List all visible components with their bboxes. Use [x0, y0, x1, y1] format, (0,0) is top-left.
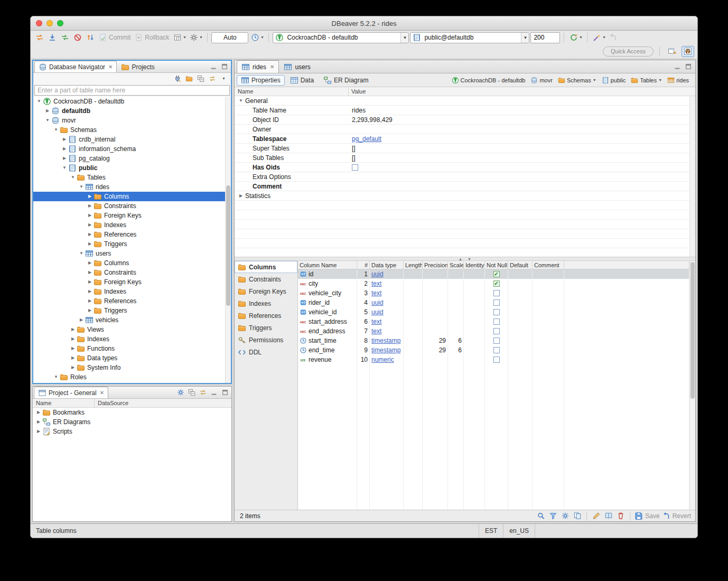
subtab-data[interactable]: Data: [286, 75, 318, 86]
expand-arrow-icon[interactable]: ▶: [86, 261, 94, 265]
compare-button[interactable]: [572, 511, 582, 521]
breadcrumb-item-schemas[interactable]: Schemas▼: [556, 76, 599, 85]
tree-item-constraints[interactable]: ▶Constraints: [33, 201, 225, 211]
revert-button[interactable]: Revert: [662, 512, 691, 520]
detail-tab-foreign-keys[interactable]: Foreign Keys: [235, 285, 297, 297]
new-connection-button[interactable]: [172, 74, 182, 83]
close-window-button[interactable]: [36, 20, 42, 26]
column-row-id[interactable]: id1uuid✓: [298, 269, 689, 279]
grid-header-identity[interactable]: Identity: [464, 261, 485, 269]
schema-select[interactable]: public@defaultdb ▼: [410, 32, 529, 43]
filter-button[interactable]: [548, 511, 558, 521]
search-button[interactable]: [536, 511, 546, 521]
expand-arrow-icon[interactable]: ▶: [61, 147, 68, 151]
tree-item-foreign-keys[interactable]: ▶Foreign Keys: [33, 211, 225, 220]
expand-arrow-icon[interactable]: ▶: [86, 223, 94, 227]
detail-tab-references[interactable]: References: [235, 310, 297, 322]
minimize-panel-button[interactable]: [209, 388, 219, 397]
close-tab-icon[interactable]: ✕: [100, 390, 104, 396]
transaction-log-button[interactable]: T▾: [172, 32, 187, 43]
detail-tab-constraints[interactable]: Constraints: [235, 273, 297, 285]
property-value-link[interactable]: pg_default: [352, 135, 381, 143]
expand-arrow-icon[interactable]: ▶: [61, 137, 68, 142]
expand-arrow-icon[interactable]: ▶: [69, 327, 77, 332]
expand-arrow-icon[interactable]: ▶: [69, 356, 77, 360]
column-row-end-address[interactable]: ABCend_address7text: [298, 326, 689, 336]
collapse-all-button[interactable]: [195, 74, 206, 83]
zoom-window-button[interactable]: [57, 20, 63, 26]
column-row-start-address[interactable]: ABCstart_address6text: [298, 317, 689, 326]
tree-item-schemas[interactable]: ▼Schemas: [33, 125, 225, 135]
grid-header-[interactable]: #: [357, 261, 370, 269]
collapse-all-button[interactable]: [186, 388, 197, 397]
tree-item-movr[interactable]: ▼movr: [33, 116, 225, 125]
expand-arrow-icon[interactable]: ▶: [86, 270, 94, 275]
new-folder-button[interactable]: [184, 74, 194, 83]
scrollbar-thumb[interactable]: [226, 185, 230, 306]
fetch-size-input[interactable]: [530, 32, 560, 43]
column-row-vehicle-id[interactable]: vehicle_id5uuid: [298, 307, 689, 317]
data-type-link[interactable]: timestamp: [371, 346, 400, 354]
property-value[interactable]: rides: [352, 107, 366, 114]
collapse-arrow-icon[interactable]: ▼: [44, 118, 51, 123]
transaction-settings-button[interactable]: ▾: [188, 32, 203, 43]
tab-database-navigator[interactable]: Database Navigator ✕: [34, 61, 117, 72]
tree-item-system-info[interactable]: ▶System Info: [33, 363, 225, 372]
tree-item-defaultdb[interactable]: ▶defaultdb: [33, 106, 225, 116]
project-item-scripts[interactable]: ▶Scripts: [33, 427, 231, 436]
scrollbar-thumb[interactable]: [690, 262, 695, 399]
breadcrumb-item-cockroachdb-defaultdb[interactable]: CockroachDB - defaultdb: [450, 76, 528, 85]
tree-item-roles[interactable]: ▼Roles: [33, 372, 225, 382]
tree-item-columns[interactable]: ▶Columns: [33, 192, 225, 201]
expand-arrow-icon[interactable]: ▶: [69, 366, 77, 370]
data-type-link[interactable]: text: [371, 280, 381, 287]
splitter-down-button[interactable]: ▼: [466, 257, 472, 261]
expand-arrow-icon[interactable]: ▶: [86, 308, 94, 313]
grid-scrollbar[interactable]: [689, 261, 695, 510]
rollback-button[interactable]: Rollback: [133, 32, 171, 43]
property-value[interactable]: []: [352, 145, 356, 152]
tree-item-rides[interactable]: ▼rides: [33, 182, 225, 192]
column-row-revenue[interactable]: 123revenue10numeric: [298, 355, 689, 364]
detail-tab-columns[interactable]: Columns: [235, 261, 297, 273]
chevron-down-icon[interactable]: ▼: [593, 78, 596, 82]
column-header-datasource[interactable]: DataSource: [95, 399, 231, 407]
data-type-link[interactable]: uuid: [371, 308, 384, 316]
detail-tab-indexes[interactable]: Indexes: [235, 297, 297, 310]
not-null-checkbox[interactable]: [493, 338, 500, 344]
not-null-checkbox[interactable]: [493, 290, 500, 296]
detail-tab-permissions[interactable]: Permissions: [235, 334, 297, 346]
collapse-arrow-icon[interactable]: ▼: [78, 251, 85, 256]
detail-tab-triggers[interactable]: Triggers: [235, 322, 297, 334]
project-item-er-diagrams[interactable]: ▶ER Diagrams: [33, 417, 231, 427]
expand-arrow-icon[interactable]: ▶: [35, 429, 42, 434]
expand-arrow-icon[interactable]: ▶: [86, 299, 94, 303]
collapse-arrow-icon[interactable]: ▼: [238, 99, 244, 103]
editor-tab-rides[interactable]: rides✕: [237, 60, 279, 73]
tree-item-cockroachdb-defaultdb[interactable]: ▼CockroachDB - defaultdb: [33, 97, 225, 106]
collapse-arrow-icon[interactable]: ▼: [52, 128, 60, 132]
sort-data-button[interactable]: [85, 32, 96, 43]
tree-item-public[interactable]: ▼public: [33, 163, 225, 173]
commit-mode-select[interactable]: Auto: [211, 32, 248, 43]
maximize-editor-button[interactable]: [683, 62, 693, 71]
data-type-link[interactable]: uuid: [371, 270, 384, 278]
link-with-editor-button[interactable]: [198, 388, 208, 397]
property-group-statistics[interactable]: ▶Statistics: [235, 191, 689, 201]
expand-arrow-icon[interactable]: ▶: [44, 109, 51, 113]
expand-arrow-icon[interactable]: ▶: [86, 213, 94, 218]
edit-button[interactable]: [591, 511, 601, 521]
tree-item-indexes[interactable]: ▶Indexes: [33, 287, 225, 296]
tree-item-references[interactable]: ▶References: [33, 230, 225, 239]
maximize-panel-button[interactable]: [219, 62, 229, 71]
breadcrumb-item-tables[interactable]: Tables▼: [629, 76, 664, 85]
link-with-editor-button[interactable]: [207, 74, 217, 83]
expand-arrow-icon[interactable]: ▶: [35, 420, 42, 424]
tree-item-constraints[interactable]: ▶Constraints: [33, 268, 225, 277]
disconnect-button[interactable]: [72, 32, 83, 43]
titlebar[interactable]: DBeaver 5.2.2 - rides: [31, 16, 697, 31]
tree-item-pg-catalog[interactable]: ▶pg_catalog: [33, 154, 225, 163]
column-row-vehicle-city[interactable]: ABCvehicle_city3text: [298, 288, 689, 298]
grid-header-default[interactable]: Default: [508, 261, 533, 269]
grid-header-length[interactable]: Length: [404, 261, 423, 269]
